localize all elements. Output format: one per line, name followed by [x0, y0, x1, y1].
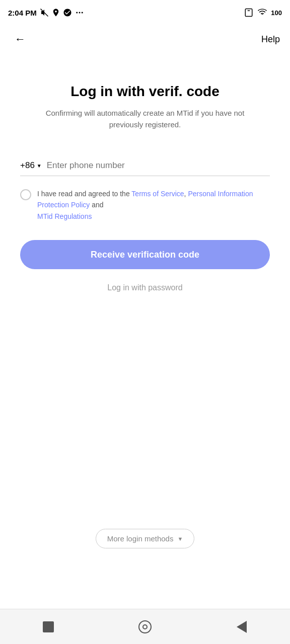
receive-code-button[interactable]: Receive verification code: [20, 240, 270, 269]
phone-input[interactable]: [47, 160, 270, 171]
mtid-regulations-link[interactable]: MTid Regulations: [37, 212, 92, 220]
terms-text: I have read and agreed to the Terms of S…: [37, 188, 270, 222]
wifi-icon: [257, 8, 268, 17]
main-content: Log in with verif. code Confirming will …: [0, 53, 290, 609]
more-login-arrow-icon: ▼: [177, 536, 183, 542]
status-left: 2:04 PM: [8, 8, 85, 17]
status-icons: [40, 8, 85, 17]
terms-and: and: [90, 201, 103, 209]
page-subtitle: Confirming will automatically create an …: [39, 108, 251, 130]
svg-point-3: [81, 12, 83, 14]
terms-prefix: I have read and agreed to the: [37, 190, 131, 198]
square-icon: [43, 621, 54, 632]
status-right: 100: [244, 8, 282, 17]
help-button[interactable]: Help: [261, 34, 280, 45]
status-time: 2:04 PM: [8, 9, 37, 17]
nav-home-button[interactable]: [132, 614, 158, 639]
login-with-password-link[interactable]: Log in with password: [107, 283, 182, 292]
battery-icon: 100: [271, 9, 282, 17]
sim-icon: [244, 8, 254, 17]
back-triangle-icon: [237, 621, 247, 633]
more-login-text: More login methods: [107, 534, 174, 543]
svg-point-2: [79, 12, 80, 14]
location-icon: [51, 8, 60, 17]
more-login-button[interactable]: More login methods ▼: [96, 529, 195, 548]
svg-point-1: [76, 12, 78, 14]
country-code-selector[interactable]: +86 ▼: [20, 160, 42, 171]
country-code-dropdown-icon: ▼: [37, 163, 42, 169]
mute-icon: [40, 8, 49, 17]
circle-icon: [138, 620, 152, 633]
circle-inner-icon: [142, 624, 148, 629]
terms-checkbox[interactable]: [20, 189, 31, 200]
more-icon: [75, 8, 85, 17]
terms-comma: ,: [184, 190, 186, 198]
status-bar: 2:04 PM: [0, 0, 290, 25]
back-button[interactable]: ←: [10, 29, 30, 49]
nav-back-button[interactable]: [229, 614, 254, 639]
more-login-section: More login methods ▼: [20, 529, 270, 609]
checkmark-icon: [63, 8, 72, 17]
nav-square-button[interactable]: [36, 614, 61, 639]
terms-row: I have read and agreed to the Terms of S…: [20, 188, 270, 222]
top-nav: ← Help: [0, 25, 290, 53]
country-code-text: +86: [20, 160, 35, 171]
page-title: Log in with verif. code: [70, 84, 220, 100]
phone-input-container: +86 ▼: [20, 160, 270, 176]
bottom-nav: [0, 609, 290, 644]
svg-rect-4: [246, 9, 253, 17]
back-arrow-icon: ←: [15, 33, 26, 46]
terms-of-service-link[interactable]: Terms of Service: [131, 190, 184, 198]
